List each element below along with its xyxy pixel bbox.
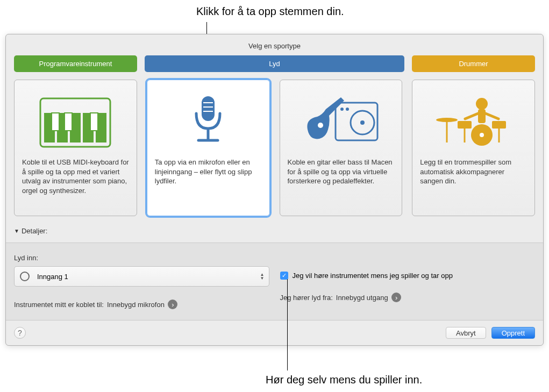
cancel-button[interactable]: Avbryt <box>446 327 486 339</box>
audio-input-dropdown[interactable]: Inngang 1 ▲▼ <box>14 266 269 287</box>
tab-drummer[interactable]: Drummer <box>412 55 535 72</box>
track-type-cards: Koble til et USB MIDI-keyboard for å spi… <box>6 80 543 227</box>
callout-bottom-line <box>287 279 288 370</box>
monitor-checkbox-row: ✓ Jeg vil høre instrumentet mens jeg spi… <box>280 272 536 280</box>
svg-line-23 <box>465 113 478 119</box>
card-software-desc: Koble til et USB MIDI-keyboard for å spi… <box>22 158 129 195</box>
svg-point-17 <box>360 120 365 125</box>
svg-rect-7 <box>65 113 72 131</box>
input-ring-icon <box>20 272 30 281</box>
tab-audio[interactable]: Lyd <box>145 55 404 72</box>
input-column: Lyd inn: Inngang 1 ▲▼ Instrumentet mitt … <box>14 254 269 309</box>
microphone-icon <box>155 88 262 158</box>
guitar-amp-icon <box>288 88 395 158</box>
card-mic-desc: Ta opp via en mikrofon eller en linjeinn… <box>155 158 262 186</box>
details-label: Detaljer: <box>22 227 47 235</box>
connected-to-row: Instrumentet mitt er koblet til: Innebyg… <box>14 300 269 309</box>
drummer-icon <box>420 88 527 158</box>
card-drummer-desc: Legg til en trommespiller som automatisk… <box>420 158 527 186</box>
monitor-checkbox[interactable]: ✓ <box>280 272 288 280</box>
svg-point-32 <box>480 133 484 137</box>
disclosure-triangle-icon: ▼ <box>14 228 19 234</box>
svg-rect-22 <box>478 109 486 123</box>
monitor-checkbox-label: Jeg vil høre instrumentet mens jeg spill… <box>293 272 453 280</box>
callout-top-text: Klikk for å ta opp stemmen din. <box>196 5 344 18</box>
help-button[interactable]: ? <box>14 327 26 339</box>
svg-rect-8 <box>90 113 98 131</box>
audio-in-label: Lyd inn: <box>14 254 269 262</box>
svg-line-24 <box>486 113 498 119</box>
callout-bottom-text: Hør deg selv mens du spiller inn. <box>266 374 422 386</box>
svg-rect-9 <box>202 96 215 121</box>
audio-input-value: Inngang 1 <box>37 273 68 281</box>
svg-point-19 <box>346 108 349 111</box>
create-button[interactable]: Opprett <box>491 327 535 339</box>
output-value: Innebygd utgang <box>336 294 388 302</box>
card-microphone[interactable]: Ta opp via en mikrofon eller en linjeinn… <box>147 80 270 216</box>
card-guitar-desc: Koble en gitar eller bass til Macen for … <box>288 158 395 186</box>
monitor-column: ✓ Jeg vil høre instrumentet mens jeg spi… <box>280 254 536 309</box>
svg-rect-29 <box>492 121 506 129</box>
output-prefix: Jeg hører lyd fra: <box>280 294 333 302</box>
card-guitar[interactable]: Koble en gitar eller bass til Macen for … <box>280 80 403 216</box>
chevron-up-down-icon: ▲▼ <box>260 273 265 280</box>
svg-rect-6 <box>52 113 59 131</box>
card-software-instrument[interactable]: Koble til et USB MIDI-keyboard for å spi… <box>14 80 137 216</box>
track-type-tabs: Programvareinstrument Lyd Drummer <box>6 55 543 80</box>
svg-point-20 <box>318 123 323 128</box>
tab-software-instrument[interactable]: Programvareinstrument <box>14 55 137 72</box>
details-disclosure[interactable]: ▼ Detaljer: <box>6 227 543 243</box>
connected-to-value: Innebygd mikrofon <box>107 301 165 309</box>
svg-point-18 <box>340 108 344 111</box>
track-type-dialog: Velg en sportype Programvareinstrument L… <box>5 34 544 346</box>
svg-rect-27 <box>458 121 472 129</box>
details-panel: Lyd inn: Inngang 1 ▲▼ Instrumentet mitt … <box>6 243 543 320</box>
dialog-footer: ? Avbryt Opprett <box>6 320 543 345</box>
connected-to-configure-button[interactable]: › <box>168 300 177 309</box>
dialog-title: Velg en sportype <box>6 34 543 55</box>
connected-to-prefix: Instrumentet mitt er koblet til: <box>14 301 104 309</box>
svg-point-21 <box>476 98 488 110</box>
output-configure-button[interactable]: › <box>391 293 401 302</box>
keyboard-icon <box>22 88 129 158</box>
card-drummer[interactable]: Legg til en trommespiller som automatisk… <box>412 80 535 216</box>
output-row: Jeg hører lyd fra: Innebygd utgang › <box>280 293 536 302</box>
